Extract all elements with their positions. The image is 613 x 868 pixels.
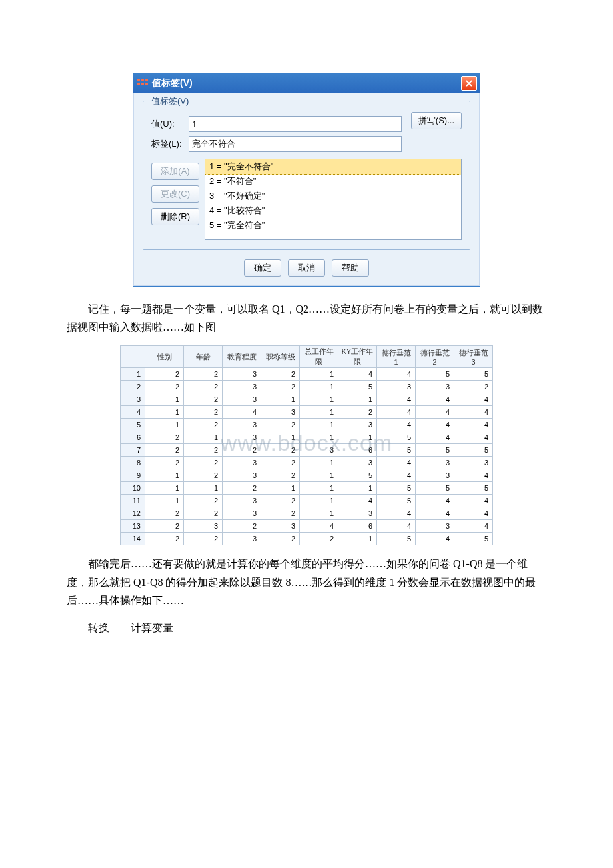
svg-rect-3 [137, 83, 140, 85]
ok-button[interactable]: 确定 [244, 259, 281, 277]
data-view-screenshot: www.bdocx.com 性别年龄教育程度职称等级总工作年限KY工作年限德行垂… [120, 345, 493, 545]
value-label: 值(U): [151, 118, 189, 130]
close-icon[interactable] [461, 76, 477, 91]
value-labels-fieldset: 值标签(V) 值(U): 标签(L): 拼写(S)... 添加(A) [143, 101, 470, 250]
add-button[interactable]: 添加(A) [151, 163, 199, 180]
list-item[interactable]: 2 = "不符合" [205, 174, 461, 189]
dialog-title: 值标签(V) [152, 77, 193, 89]
value-input[interactable] [189, 116, 402, 132]
data-table: 性别年龄教育程度职称等级总工作年限KY工作年限德行垂范1德行垂范2德行垂范312… [120, 345, 493, 545]
app-icon [137, 79, 148, 88]
list-item[interactable]: 3 = "不好确定" [205, 189, 461, 203]
fieldset-legend: 值标签(V) [149, 95, 191, 107]
svg-rect-2 [145, 79, 148, 81]
paragraph-1: 记住，每一题都是一个变量，可以取名 Q1，Q2……设定好所有问卷上有的变量之后，… [67, 300, 546, 336]
change-button[interactable]: 更改(C) [151, 185, 199, 203]
cancel-button[interactable]: 取消 [288, 259, 325, 277]
svg-rect-1 [141, 79, 144, 81]
help-button[interactable]: 帮助 [332, 259, 369, 277]
paragraph-2: 都输完后……还有要做的就是计算你的每个维度的平均得分……如果你的问卷 Q1-Q8… [67, 555, 546, 609]
value-labels-listbox[interactable]: 1 = "完全不符合" 2 = "不符合" 3 = "不好确定" 4 = "比较… [205, 159, 462, 240]
svg-rect-4 [141, 83, 144, 85]
dialog-titlebar: 值标签(V) [133, 74, 480, 93]
remove-button[interactable]: 删除(R) [151, 208, 199, 225]
paragraph-3: 转换——计算变量 [67, 619, 546, 637]
svg-rect-0 [137, 79, 140, 81]
label-input[interactable] [189, 136, 402, 152]
list-item[interactable]: 4 = "比较符合" [205, 203, 461, 218]
label-label: 标签(L): [151, 138, 189, 150]
list-item[interactable]: 5 = "完全符合" [205, 218, 461, 233]
value-labels-dialog: 值标签(V) 值标签(V) 值(U): 标签(L): 拼写(S). [133, 73, 480, 287]
svg-rect-5 [145, 83, 148, 85]
list-item[interactable]: 1 = "完全不符合" [205, 159, 462, 175]
spell-button[interactable]: 拼写(S)... [411, 112, 462, 129]
